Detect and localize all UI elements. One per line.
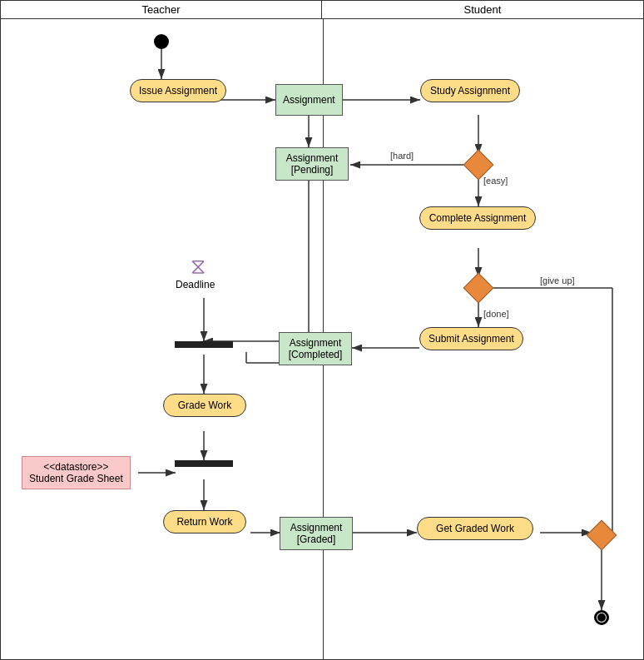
submit-assignment-node: Submit Assignment <box>419 327 523 350</box>
complete-assignment-node: Complete Assignment <box>419 206 536 230</box>
swimlane-header: Teacher Student <box>1 1 643 19</box>
return-work-node: Return Work <box>163 510 246 533</box>
student-grade-sheet-node: <<datastore>> Student Grade Sheet <box>22 456 131 489</box>
assignment-pending-node: Assignment [Pending] <box>275 147 349 181</box>
completion-diamond <box>468 277 489 299</box>
start-node <box>154 34 169 49</box>
join-bar-1 <box>175 341 233 348</box>
diagram-container: Teacher Student <box>0 0 644 660</box>
assignment-completed-node: Assignment [Completed] <box>279 332 352 365</box>
deadline-label: Deadline <box>176 279 215 290</box>
get-graded-work-node: Get Graded Work <box>417 517 533 540</box>
difficulty-diamond <box>468 154 489 176</box>
svg-text:[hard]: [hard] <box>390 151 414 161</box>
study-assignment-node: Study Assignment <box>420 79 520 102</box>
join-bar-2 <box>175 460 233 467</box>
swimlane-teacher-header: Teacher <box>1 1 322 18</box>
swimlane-student-header: Student <box>322 1 643 18</box>
svg-text:[done]: [done] <box>483 309 509 319</box>
svg-text:[easy]: [easy] <box>483 176 508 186</box>
assignment-graded-node: Assignment [Graded] <box>280 517 353 550</box>
end-merge-diamond <box>591 524 612 546</box>
svg-text:[give up]: [give up] <box>540 275 575 285</box>
grade-work-node: Grade Work <box>163 394 246 417</box>
swimlane-body: [hard] [easy] [done] [give up] Issue Ass… <box>1 19 644 660</box>
assignment-object-node: Assignment <box>275 84 343 116</box>
end-node <box>594 610 609 625</box>
issue-assignment-node: Issue Assignment <box>130 79 226 102</box>
hourglass-icon: ⧖ <box>191 254 206 280</box>
